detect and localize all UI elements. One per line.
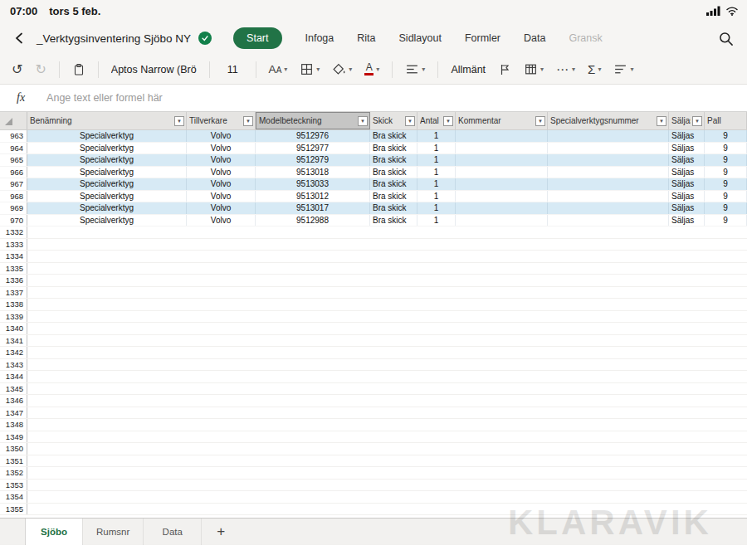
row-number[interactable]: 1347 (0, 407, 27, 419)
row-number[interactable]: 1334 (0, 251, 27, 262)
sheet-tab-data[interactable]: Data (144, 519, 202, 545)
redo-button[interactable]: ↻ (35, 63, 46, 76)
cell[interactable]: Bra skick (370, 143, 417, 154)
cell[interactable]: Specialverktyg (27, 202, 187, 214)
row-number[interactable]: 1336 (0, 275, 27, 286)
row-number[interactable]: 970 (0, 215, 27, 226)
cell[interactable] (456, 154, 548, 166)
row-number[interactable]: 1354 (0, 491, 27, 503)
cell[interactable]: Volvo (187, 167, 256, 178)
ribbon-tab-gransk[interactable]: Gransk (569, 32, 602, 44)
cell[interactable]: Specialverktyg (27, 143, 187, 154)
row-number[interactable]: 1352 (0, 467, 27, 479)
cell[interactable]: 9 (705, 178, 747, 190)
add-sheet-button[interactable]: + (202, 519, 240, 545)
empty-cell-area[interactable] (27, 480, 747, 491)
cell[interactable] (548, 202, 669, 214)
filter-dropdown-icon[interactable]: ▼ (243, 116, 253, 126)
column-header-specialverktygsnummer[interactable]: Specialverktygsnummer▼ (548, 112, 669, 129)
sheet-tab-sj-bo[interactable]: Sjöbo (25, 519, 83, 545)
row-number[interactable]: 1345 (0, 383, 27, 395)
format-painter-button[interactable] (72, 63, 85, 76)
cell[interactable]: 9512988 (256, 215, 370, 226)
undo-button[interactable]: ↺ (12, 63, 22, 76)
ribbon-tab-sidlayout[interactable]: Sidlayout (399, 32, 442, 44)
empty-cell-area[interactable] (27, 323, 747, 334)
cell[interactable]: 9513012 (256, 191, 370, 202)
cell[interactable]: 9513033 (256, 178, 370, 190)
filter-dropdown-icon[interactable]: ▼ (535, 116, 545, 126)
cell[interactable] (456, 178, 548, 190)
cell[interactable]: Volvo (187, 178, 256, 190)
alignment-button[interactable]: ▾ (405, 62, 425, 76)
empty-cell-area[interactable] (27, 395, 747, 407)
sheet-tab-rumsnr[interactable]: Rumsnr (83, 519, 144, 545)
cell[interactable] (456, 130, 548, 142)
cell[interactable]: 9 (705, 191, 747, 202)
cell[interactable]: 9 (705, 130, 747, 142)
ribbon-tab-infoga[interactable]: Infoga (305, 32, 334, 44)
row-number[interactable]: 1335 (0, 263, 27, 275)
empty-cell-area[interactable] (27, 226, 747, 238)
row-number[interactable]: 1342 (0, 347, 27, 358)
filter-dropdown-icon[interactable]: ▼ (657, 116, 666, 126)
cell[interactable]: Bra skick (370, 178, 417, 190)
column-header-skick[interactable]: Skick▼ (370, 112, 417, 129)
column-header-s-ljas[interactable]: Säljas▼ (669, 112, 705, 129)
row-number[interactable]: 1344 (0, 371, 27, 382)
cell[interactable]: Specialverktyg (27, 191, 187, 202)
cell[interactable]: Volvo (187, 191, 256, 202)
cell[interactable]: 9513017 (256, 202, 370, 214)
empty-cell-area[interactable] (27, 407, 747, 419)
empty-cell-area[interactable] (27, 383, 747, 395)
cell[interactable]: 9512976 (256, 130, 370, 142)
select-all-corner[interactable] (0, 112, 27, 129)
font-name-dropdown[interactable]: Aptos Narrow (Brö (111, 64, 197, 75)
filter-dropdown-icon[interactable]: ▼ (174, 116, 184, 126)
row-number[interactable]: 1346 (0, 395, 27, 407)
cell[interactable]: Specialverktyg (27, 167, 187, 178)
empty-cell-area[interactable] (27, 443, 747, 455)
cell[interactable] (456, 143, 548, 154)
cell[interactable]: Bra skick (370, 154, 417, 166)
cell[interactable]: 9512979 (256, 154, 370, 166)
row-number[interactable]: 1353 (0, 480, 27, 491)
empty-cell-area[interactable] (27, 347, 747, 358)
empty-cell-area[interactable] (27, 491, 747, 503)
cell[interactable]: 9513018 (256, 167, 370, 178)
column-header-pall[interactable]: Pall (705, 112, 747, 129)
cell[interactable]: Volvo (187, 215, 256, 226)
row-number[interactable]: 1339 (0, 311, 27, 323)
empty-cell-area[interactable] (27, 455, 747, 467)
row-number[interactable]: 963 (0, 130, 27, 142)
row-number[interactable]: 1332 (0, 226, 27, 238)
ribbon-tab-start[interactable]: Start (233, 27, 281, 49)
ribbon-tab-data[interactable]: Data (524, 32, 545, 44)
cell[interactable]: 9 (705, 167, 747, 178)
filter-dropdown-icon[interactable]: ▼ (358, 116, 368, 126)
empty-cell-area[interactable] (27, 467, 747, 479)
cell[interactable]: Säljas (669, 154, 705, 166)
font-color-button[interactable]: A ▾ (364, 63, 379, 75)
empty-cell-area[interactable] (27, 371, 747, 382)
column-header-tillverkare[interactable]: Tillverkare▼ (187, 112, 256, 129)
empty-cell-area[interactable] (27, 287, 747, 299)
cell[interactable]: 9 (705, 154, 747, 166)
formula-input-placeholder[interactable]: Ange text eller formel här (46, 92, 163, 104)
cell[interactable]: Volvo (187, 202, 256, 214)
empty-cell-area[interactable] (27, 419, 747, 431)
empty-cell-area[interactable] (27, 251, 747, 262)
cell[interactable] (548, 154, 669, 166)
cell[interactable]: Volvo (187, 154, 256, 166)
ribbon-tab-formler[interactable]: Formler (465, 32, 500, 44)
cell[interactable]: Specialverktyg (27, 215, 187, 226)
cell[interactable]: 9 (705, 202, 747, 214)
cell[interactable]: Bra skick (370, 191, 417, 202)
cell[interactable]: Bra skick (370, 215, 417, 226)
row-number[interactable]: 1348 (0, 419, 27, 431)
cell[interactable] (456, 215, 548, 226)
number-format-dropdown[interactable]: Allmänt (451, 64, 486, 75)
autosum-button[interactable]: Σ ▾ (588, 63, 601, 75)
ribbon-tab-rita[interactable]: Rita (357, 32, 375, 44)
row-number[interactable]: 1343 (0, 359, 27, 371)
